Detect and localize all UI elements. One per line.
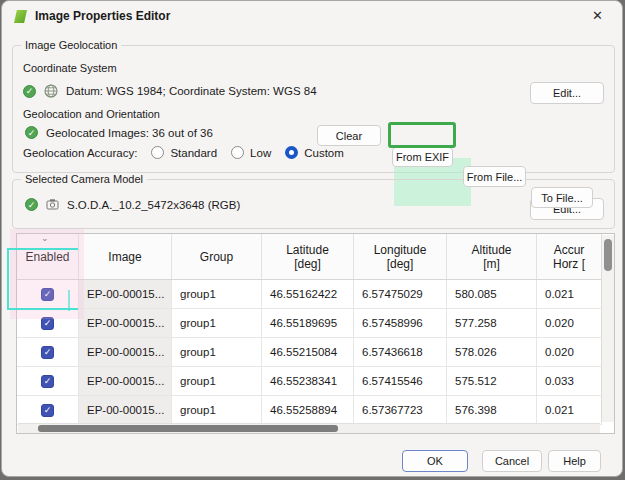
ok-button[interactable]: OK (402, 450, 468, 472)
horizontal-scrollbar[interactable] (18, 423, 600, 433)
cell-latitude[interactable]: 46.55162422 (262, 280, 354, 308)
column-header-group[interactable]: Group (172, 234, 262, 279)
column-header-altitude[interactable]: Altitude[m] (447, 234, 537, 279)
clear-button[interactable]: Clear (317, 125, 381, 146)
camera-model-group: Selected Camera Model ✓ S.O.D.A._10.2_54… (12, 179, 615, 229)
column-header-image[interactable]: Image (79, 234, 172, 279)
vertical-scrollbar[interactable] (601, 235, 614, 422)
camera-model-row: ✓ S.O.D.A._10.2_5472x3648 (RGB) (25, 198, 240, 211)
column-header-latitude[interactable]: Latitude[deg] (262, 234, 354, 279)
table-row[interactable]: ✓EP-00-00015...group146.552383416.574155… (17, 367, 602, 396)
table-row[interactable]: ✓EP-00-00015...group146.551896956.574589… (17, 309, 602, 338)
cell-longitude[interactable]: 6.57475029 (354, 280, 447, 308)
table-row[interactable]: ✓EP-00-00015...group146.552150846.574366… (17, 338, 602, 367)
column-header-text: Horz [ (553, 257, 585, 271)
radio-circle-icon[interactable] (231, 146, 244, 159)
cell-image[interactable]: EP-00-00015... (79, 338, 172, 366)
cell-longitude[interactable]: 6.57436618 (354, 338, 447, 366)
group-title: Selected Camera Model (21, 173, 147, 185)
column-header-accur[interactable]: AccurHorz [ (537, 234, 602, 279)
cell-latitude[interactable]: 46.55215084 (262, 338, 354, 366)
coordinate-system-label: Coordinate System (23, 62, 117, 74)
accuracy-radio-group: StandardLowCustom (137, 146, 343, 159)
sort-indicator-icon[interactable]: ⌄ (41, 234, 49, 242)
enabled-cell: ✓ (17, 309, 79, 337)
cell-image[interactable]: EP-00-00015... (79, 367, 172, 395)
row-checkbox[interactable]: ✓ (41, 404, 54, 417)
cell-group[interactable]: group1 (172, 338, 262, 366)
row-checkbox[interactable]: ✓ (41, 346, 54, 359)
cell-accuracy_horz[interactable]: 0.021 (537, 280, 602, 308)
row-checkbox[interactable]: ✓ (41, 317, 54, 330)
cancel-button[interactable]: Cancel (482, 450, 542, 472)
cell-altitude[interactable]: 577.258 (447, 309, 537, 337)
column-header-text: Altitude (471, 243, 511, 257)
status-ok-icon: ✓ (23, 85, 36, 98)
coordinate-system-row: ✓ Datum: WGS 1984; Coordinate System: WG… (23, 84, 317, 98)
row-checkbox[interactable]: ✓ (41, 288, 54, 301)
cell-latitude[interactable]: 46.55258894 (262, 396, 354, 424)
column-header-text: Latitude (286, 243, 329, 257)
edit-coordinate-system-button[interactable]: Edit... (530, 82, 604, 104)
camera-model-text: S.O.D.A._10.2_5472x3648 (RGB) (67, 199, 240, 211)
table-row[interactable]: ✓EP-00-00015...group146.551624226.574750… (17, 280, 602, 309)
enabled-cell: ✓ (17, 280, 79, 308)
cell-latitude[interactable]: 46.55189695 (262, 309, 354, 337)
cell-accuracy_horz[interactable]: 0.021 (537, 396, 602, 424)
geolocated-images-row: ✓ Geolocated Images: 36 out of 36 (25, 126, 213, 139)
cell-group[interactable]: group1 (172, 309, 262, 337)
camera-icon (46, 198, 59, 211)
column-header-text: Image (108, 250, 141, 264)
datum-text: Datum: WGS 1984; Coordinate System: WGS … (66, 85, 317, 97)
radio-custom[interactable]: Custom (285, 146, 344, 159)
cell-latitude[interactable]: 46.55238341 (262, 367, 354, 395)
accuracy-row: Geolocation Accuracy: StandardLowCustom (23, 146, 344, 159)
geolocated-images-text: Geolocated Images: 36 out of 36 (46, 127, 213, 139)
radio-circle-icon[interactable] (151, 146, 164, 159)
enabled-cell: ✓ (17, 338, 79, 366)
horizontal-scrollbar-thumb[interactable] (38, 425, 338, 432)
cell-group[interactable]: group1 (172, 396, 262, 424)
cell-longitude[interactable]: 6.57367723 (354, 396, 447, 424)
vertical-scrollbar-thumb[interactable] (604, 239, 612, 271)
cell-longitude[interactable]: 6.57458996 (354, 309, 447, 337)
cell-altitude[interactable]: 578.026 (447, 338, 537, 366)
cell-accuracy_horz[interactable]: 0.020 (537, 338, 602, 366)
cell-longitude[interactable]: 6.57415546 (354, 367, 447, 395)
cell-group[interactable]: group1 (172, 367, 262, 395)
radio-standard[interactable]: Standard (151, 146, 217, 159)
image-properties-dialog: Image Properties Editor ✕ Image Geolocat… (1, 0, 623, 477)
column-header-text: Enabled (25, 250, 69, 264)
status-ok-icon: ✓ (25, 198, 38, 211)
row-checkbox[interactable]: ✓ (41, 375, 54, 388)
close-icon[interactable]: ✕ (589, 8, 606, 23)
column-header-text: Group (200, 250, 233, 264)
to-file-button[interactable]: To File... (531, 187, 593, 208)
enabled-cell: ✓ (17, 367, 79, 395)
globe-icon (44, 84, 58, 98)
cell-altitude[interactable]: 576.398 (447, 396, 537, 424)
table-row[interactable]: ✓EP-00-00015...group146.552588946.573677… (17, 396, 602, 425)
radio-circle-icon[interactable] (285, 146, 298, 159)
column-header-text: [m] (483, 257, 500, 271)
cell-group[interactable]: group1 (172, 280, 262, 308)
cell-altitude[interactable]: 575.512 (447, 367, 537, 395)
cell-image[interactable]: EP-00-00015... (79, 309, 172, 337)
image-table: ⌄ EnabledImageGroupLatitude[deg]Longitud… (16, 233, 615, 434)
cell-image[interactable]: EP-00-00015... (79, 396, 172, 424)
cell-image[interactable]: EP-00-00015... (79, 280, 172, 308)
dialog-title: Image Properties Editor (35, 9, 170, 23)
column-header-text: [deg] (294, 257, 321, 271)
title-bar: Image Properties Editor ✕ (2, 1, 622, 31)
image-geolocation-group: Image Geolocation Coordinate System ✓ Da… (12, 45, 615, 173)
radio-low[interactable]: Low (231, 146, 271, 159)
from-exif-button[interactable]: From EXIF (392, 147, 453, 167)
help-button[interactable]: Help (548, 450, 601, 472)
cell-altitude[interactable]: 580.085 (447, 280, 537, 308)
from-file-button[interactable]: From File... (463, 166, 526, 187)
group-title: Image Geolocation (21, 39, 121, 51)
cell-accuracy_horz[interactable]: 0.020 (537, 309, 602, 337)
column-header-longitude[interactable]: Longitude[deg] (354, 234, 447, 279)
accuracy-label: Geolocation Accuracy: (23, 147, 137, 159)
cell-accuracy_horz[interactable]: 0.033 (537, 367, 602, 395)
